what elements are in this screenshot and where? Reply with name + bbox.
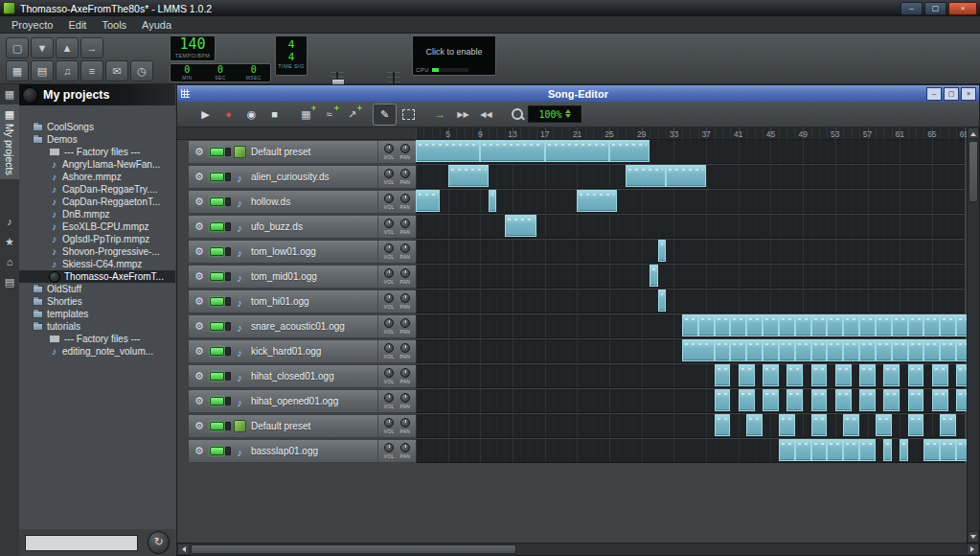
tempo-display[interactable]: 140 TEMPO/BPM: [170, 35, 216, 61]
tree-item[interactable]: ♪EsoXLB-CPU.mmpz: [19, 220, 175, 233]
track-grid[interactable]: [416, 364, 965, 388]
maximize-button[interactable]: ▢: [924, 2, 946, 15]
pan-knob[interactable]: [400, 169, 410, 178]
track-grid[interactable]: [416, 215, 965, 239]
pattern-segment[interactable]: [746, 314, 763, 336]
mute-solo-leds[interactable]: [210, 272, 231, 281]
track-grid[interactable]: [416, 439, 965, 463]
add-bb-track-button[interactable]: ▦+: [295, 104, 317, 125]
pattern-segment[interactable]: [416, 190, 440, 212]
track-name[interactable]: tom_low01.ogg: [248, 246, 377, 257]
mute-led[interactable]: [210, 447, 224, 455]
volume-knob[interactable]: [384, 194, 394, 203]
close-button[interactable]: ×: [948, 2, 977, 15]
track-name[interactable]: snare_acoustic01.ogg: [248, 321, 377, 332]
pattern-segment[interactable]: [795, 339, 811, 361]
gear-icon[interactable]: ⚙: [189, 445, 210, 457]
pattern-segment[interactable]: [739, 364, 755, 386]
mute-solo-leds[interactable]: [210, 148, 231, 156]
gear-icon[interactable]: ⚙: [189, 220, 210, 233]
track-header[interactable]: ⚙♪bassslap01.oggVOLPAN: [188, 439, 416, 463]
pan-knob[interactable]: [400, 144, 410, 153]
pattern-segment[interactable]: [876, 314, 892, 336]
pattern-segment[interactable]: [940, 439, 956, 461]
tree-item[interactable]: Thomasso-AxeFromT...: [19, 270, 175, 283]
refresh-button[interactable]: ↻: [148, 531, 170, 554]
pattern-segment[interactable]: [859, 364, 876, 386]
pattern-segment[interactable]: [900, 439, 907, 461]
pattern-segment[interactable]: [859, 339, 876, 361]
pattern-segment[interactable]: [940, 414, 956, 436]
track-grid[interactable]: [416, 265, 965, 289]
pattern-segment[interactable]: [658, 240, 666, 262]
tree-item[interactable]: --- Factory files ---: [19, 146, 175, 158]
mute-solo-leds[interactable]: [210, 222, 231, 231]
track-header[interactable]: ⚙♪tom_low01.oggVOLPAN: [188, 240, 416, 264]
track-name[interactable]: hollow.ds: [248, 197, 377, 207]
minimize-button[interactable]: –: [900, 2, 923, 15]
mute-solo-leds[interactable]: [210, 347, 231, 356]
draw-mode-button[interactable]: ✎: [373, 104, 397, 126]
pattern-segment[interactable]: [746, 339, 763, 361]
track-header[interactable]: ⚙♪hollow.dsVOLPAN: [188, 190, 416, 214]
pattern-segment[interactable]: [923, 439, 940, 461]
gear-icon[interactable]: ⚙: [189, 370, 210, 382]
pattern-segment[interactable]: [908, 364, 924, 386]
track-name[interactable]: bassslap01.ogg: [248, 446, 377, 456]
volume-knob[interactable]: [384, 393, 394, 403]
new-project-button[interactable]: ▢: [6, 37, 29, 58]
zoom-control[interactable]: 100%: [528, 105, 581, 123]
tree-item[interactable]: ♪OgIsdl-PpTrip.mmpz: [19, 233, 175, 245]
pattern-segment[interactable]: [763, 389, 779, 411]
gear-icon[interactable]: ⚙: [189, 420, 210, 432]
pattern-segment[interactable]: [876, 339, 892, 361]
se-minimize-button[interactable]: –: [926, 87, 942, 101]
filter-input[interactable]: [25, 535, 138, 551]
horizontal-scrollbar[interactable]: [177, 543, 979, 555]
track-header[interactable]: ⚙♪hihat_closed01.oggVOLPAN: [188, 364, 416, 388]
gear-icon[interactable]: ⚙: [189, 196, 210, 208]
se-maximize-button[interactable]: ▢: [944, 87, 959, 101]
volume-knob[interactable]: [384, 243, 394, 253]
pattern-segment[interactable]: [835, 389, 852, 411]
tree-item[interactable]: ♪DnB.mmpz: [19, 208, 175, 220]
pattern-segment[interactable]: [827, 314, 843, 336]
tree-item[interactable]: ♪editing_note_volum...: [19, 345, 175, 358]
add-automation-track-button[interactable]: ↗+: [341, 104, 363, 125]
pattern-segment[interactable]: [843, 414, 859, 436]
pattern-segment[interactable]: [698, 314, 715, 336]
mute-led[interactable]: [210, 247, 224, 256]
track-header[interactable]: ⚙♪kick_hard01.oggVOLPAN: [188, 339, 416, 363]
record-button[interactable]: ●: [217, 104, 239, 125]
tree-item[interactable]: ♪Skiessi-C64.mmpz: [19, 258, 175, 270]
volume-knob[interactable]: [384, 169, 394, 178]
tab-instrument-plugins[interactable]: ▦: [0, 84, 19, 104]
track-header[interactable]: ⚙♪tom_mid01.oggVOLPAN: [188, 265, 416, 289]
pattern-segment[interactable]: [908, 414, 924, 436]
tree-item[interactable]: ♪CapDan-ReggaeTry....: [19, 183, 175, 196]
volume-knob[interactable]: [384, 144, 394, 153]
toggle-controller-rack-button[interactable]: ◷: [130, 60, 153, 81]
pattern-segment[interactable]: [811, 414, 828, 436]
tab-my-home[interactable]: ⌂: [0, 252, 19, 272]
pattern-segment[interactable]: [892, 314, 908, 336]
pattern-segment[interactable]: [883, 364, 900, 386]
pattern-segment[interactable]: [666, 165, 706, 187]
pattern-segment[interactable]: [779, 339, 795, 361]
gear-icon[interactable]: ⚙: [189, 395, 210, 407]
toggle-song-editor-button[interactable]: ▦: [6, 60, 29, 81]
tab-my-projects[interactable]: ▦My projects: [0, 104, 19, 179]
vertical-scrollbar[interactable]: [967, 127, 979, 543]
pattern-segment[interactable]: [883, 389, 900, 411]
pattern-segment[interactable]: [577, 190, 617, 212]
track-name[interactable]: hihat_opened01.ogg: [248, 396, 377, 406]
pattern-segment[interactable]: [811, 439, 828, 461]
track-name[interactable]: hihat_closed01.ogg: [248, 371, 377, 382]
scroll-right-button[interactable]: [967, 544, 979, 555]
mute-led[interactable]: [210, 272, 224, 281]
mute-led[interactable]: [210, 197, 224, 206]
menu-item-edit[interactable]: Edit: [60, 16, 94, 34]
pattern-segment[interactable]: [416, 140, 480, 162]
toggle-project-notes-button[interactable]: ✉: [105, 60, 128, 81]
mute-led[interactable]: [210, 297, 224, 306]
